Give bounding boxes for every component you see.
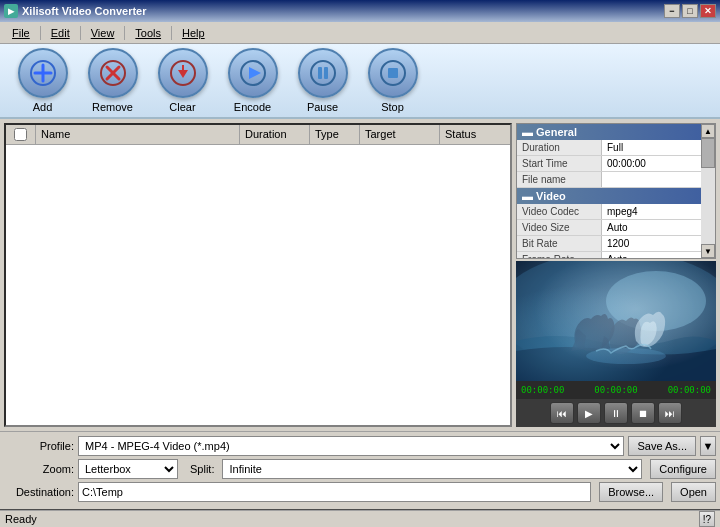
- transport-next-button[interactable]: ⏭: [658, 402, 682, 424]
- file-list-header: Name Duration Type Target Status: [6, 125, 510, 145]
- app-title: Xilisoft Video Converter: [22, 5, 147, 17]
- menu-file[interactable]: File: [4, 25, 38, 41]
- timecode-bar: 00:00:00 00:00:00 00:00:00: [516, 381, 716, 399]
- prop-videosize-val[interactable]: Auto: [602, 220, 701, 235]
- browse-button[interactable]: Browse...: [599, 482, 663, 502]
- svg-point-19: [586, 348, 666, 364]
- prop-videosize-key: Video Size: [517, 220, 602, 235]
- timecode-start: 00:00:00: [521, 385, 564, 395]
- stop-label: Stop: [381, 101, 404, 113]
- close-button[interactable]: ✕: [700, 4, 716, 18]
- prop-filename-key: File name: [517, 172, 602, 187]
- toolbar: Add Remove Clear: [0, 44, 720, 119]
- pause-button[interactable]: Pause: [290, 48, 355, 113]
- remove-icon: [88, 48, 138, 98]
- save-as-dropdown-button[interactable]: ▼: [700, 436, 716, 456]
- title-bar: ▶ Xilisoft Video Converter − □ ✕: [0, 0, 720, 22]
- prop-bitrate-key: Bit Rate: [517, 236, 602, 251]
- col-check[interactable]: [6, 125, 36, 144]
- pause-label: Pause: [307, 101, 338, 113]
- prop-filename-val[interactable]: [602, 172, 701, 187]
- prop-framerate: Frame Rate Auto: [517, 252, 701, 258]
- prop-starttime: Start Time 00:00:00: [517, 156, 701, 172]
- profile-label: Profile:: [4, 440, 74, 452]
- prop-duration-val[interactable]: Full: [602, 140, 701, 155]
- scroll-up-arrow[interactable]: ▲: [701, 124, 715, 138]
- transport-prev-button[interactable]: ⏮: [550, 402, 574, 424]
- prop-bitrate-val[interactable]: 1200: [602, 236, 701, 251]
- clear-label: Clear: [169, 101, 195, 113]
- zoom-label: Zoom:: [4, 463, 74, 475]
- prop-starttime-key: Start Time: [517, 156, 602, 171]
- transport-pause-button[interactable]: ⏸: [604, 402, 628, 424]
- encode-label: Encode: [234, 101, 271, 113]
- prop-starttime-val[interactable]: 00:00:00: [602, 156, 701, 171]
- prop-duration-key: Duration: [517, 140, 602, 155]
- transport-play-button[interactable]: ▶: [577, 402, 601, 424]
- pause-icon: [298, 48, 348, 98]
- open-button[interactable]: Open: [671, 482, 716, 502]
- general-section-title: General: [536, 126, 577, 138]
- split-select[interactable]: Infinite: [222, 459, 642, 479]
- menu-bar: File Edit View Tools Help: [0, 22, 720, 44]
- prop-framerate-key: Frame Rate: [517, 252, 602, 258]
- scroll-track: [701, 138, 715, 244]
- transport-stop-button[interactable]: ⏹: [631, 402, 655, 424]
- add-icon: [18, 48, 68, 98]
- svg-point-10: [311, 61, 335, 85]
- configure-button[interactable]: Configure: [650, 459, 716, 479]
- profile-select[interactable]: MP4 - MPEG-4 Video (*.mp4): [78, 436, 624, 456]
- prop-framerate-val[interactable]: Auto: [602, 252, 701, 258]
- col-duration-header: Duration: [240, 125, 310, 144]
- split-label: Split:: [190, 463, 214, 475]
- prop-codec-val[interactable]: mpeg4: [602, 204, 701, 219]
- file-list-body: [6, 145, 510, 425]
- stop-icon: [368, 48, 418, 98]
- file-list-panel: Name Duration Type Target Status: [4, 123, 512, 427]
- status-text: Ready: [5, 513, 37, 525]
- scroll-down-arrow[interactable]: ▼: [701, 244, 715, 258]
- general-collapse-icon[interactable]: ▬: [522, 126, 533, 138]
- col-status-header: Status: [440, 125, 510, 144]
- col-name-header: Name: [36, 125, 240, 144]
- zoom-split-row: Zoom: Letterbox Split: Infinite Configur…: [4, 459, 716, 479]
- video-collapse-icon[interactable]: ▬: [522, 190, 533, 202]
- general-section-header: ▬ General: [517, 124, 701, 140]
- save-as-button[interactable]: Save As...: [628, 436, 696, 456]
- destination-input[interactable]: [78, 482, 591, 502]
- profile-row: Profile: MP4 - MPEG-4 Video (*.mp4) Save…: [4, 436, 716, 456]
- app-icon: ▶: [4, 4, 18, 18]
- prop-duration: Duration Full: [517, 140, 701, 156]
- help-button[interactable]: !?: [699, 511, 715, 527]
- encode-button[interactable]: Encode: [220, 48, 285, 113]
- props-scrollbar[interactable]: ▲ ▼: [701, 124, 715, 258]
- remove-button[interactable]: Remove: [80, 48, 145, 113]
- prop-codec: Video Codec mpeg4: [517, 204, 701, 220]
- prop-bitrate: Bit Rate 1200: [517, 236, 701, 252]
- transport-bar: ⏮ ▶ ⏸ ⏹ ⏭: [516, 399, 716, 427]
- svg-rect-16: [516, 261, 716, 381]
- add-button[interactable]: Add: [10, 48, 75, 113]
- minimize-button[interactable]: −: [664, 4, 680, 18]
- clear-button[interactable]: Clear: [150, 48, 215, 113]
- menu-edit[interactable]: Edit: [43, 25, 78, 41]
- timecode-current: 00:00:00: [594, 385, 637, 395]
- status-bar: Ready !?: [0, 509, 720, 527]
- select-all-checkbox[interactable]: [14, 128, 27, 141]
- stop-button[interactable]: Stop: [360, 48, 425, 113]
- menu-tools[interactable]: Tools: [127, 25, 169, 41]
- destination-label: Destination:: [4, 486, 74, 498]
- scroll-thumb[interactable]: [701, 138, 715, 168]
- add-label: Add: [33, 101, 53, 113]
- svg-rect-14: [388, 68, 398, 78]
- prop-filename: File name: [517, 172, 701, 188]
- video-props: Video Codec mpeg4 Video Size Auto Bit Ra…: [517, 204, 701, 258]
- timecode-end: 00:00:00: [668, 385, 711, 395]
- menu-view[interactable]: View: [83, 25, 123, 41]
- col-type-header: Type: [310, 125, 360, 144]
- properties-panel: ▬ General Duration Full Start Time 00:00…: [516, 123, 716, 259]
- remove-label: Remove: [92, 101, 133, 113]
- zoom-select[interactable]: Letterbox: [78, 459, 178, 479]
- menu-help[interactable]: Help: [174, 25, 213, 41]
- maximize-button[interactable]: □: [682, 4, 698, 18]
